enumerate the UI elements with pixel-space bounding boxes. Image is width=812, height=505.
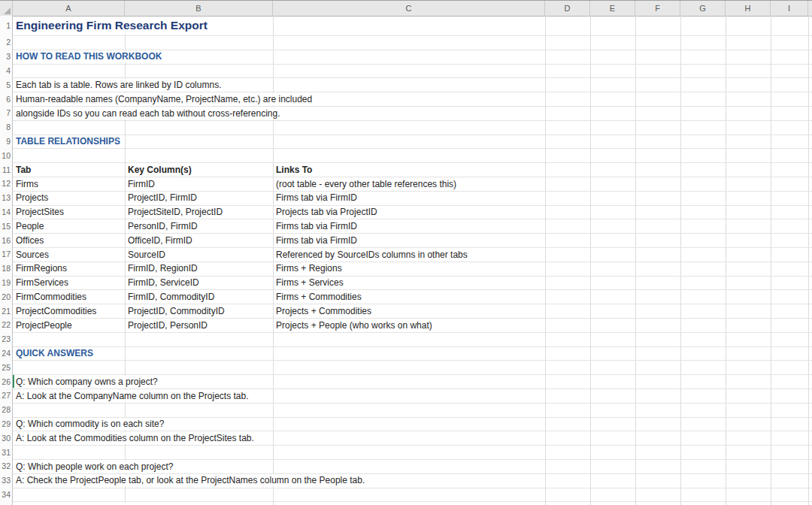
cell-B21[interactable]: ProjectID, CommodityID xyxy=(128,305,227,317)
cell-C20[interactable]: Firms + Commodities xyxy=(276,291,364,303)
horizontal-gridline xyxy=(13,35,812,36)
cell-A13[interactable]: Projects xyxy=(16,192,50,204)
row-number-25[interactable]: 25 xyxy=(0,364,11,372)
cell-B22[interactable]: ProjectID, PersonID xyxy=(128,319,210,331)
cell-C19[interactable]: Firms + Services xyxy=(276,277,346,289)
cell-C12[interactable]: (root table - every other table referenc… xyxy=(276,178,459,190)
cell-A30[interactable]: A: Look at the Commodities column on the… xyxy=(16,432,256,444)
cell-A26[interactable]: Q: Which company owns a project? xyxy=(16,376,160,388)
cell-A33[interactable]: A: Check the ProjectPeople tab, or look … xyxy=(16,474,367,486)
row-number-14[interactable]: 14 xyxy=(0,208,11,216)
horizontal-gridline xyxy=(13,360,812,361)
select-all-corner[interactable] xyxy=(0,1,13,16)
cell-A18[interactable]: FirmRegions xyxy=(16,262,69,274)
cell-A16[interactable]: Offices xyxy=(16,234,46,246)
cell-A29[interactable]: Q: Which commodity is on each site? xyxy=(16,418,166,430)
horizontal-gridline xyxy=(13,346,812,347)
cell-B20[interactable]: FirmID, CommodityID xyxy=(128,291,217,303)
row-number-19[interactable]: 19 xyxy=(0,279,11,287)
cell-A22[interactable]: ProjectPeople xyxy=(16,319,74,331)
row-number-17[interactable]: 17 xyxy=(0,250,11,259)
row-number-15[interactable]: 15 xyxy=(0,222,11,231)
cell-C21[interactable]: Projects + Commodities xyxy=(276,305,374,317)
row-number-26[interactable]: 26 xyxy=(0,378,11,386)
cell-A6[interactable]: Human-readable names (CompanyName, Proje… xyxy=(16,93,314,105)
row-number-3[interactable]: 3 xyxy=(0,53,11,61)
cell-C22[interactable]: Projects + People (who works on what) xyxy=(276,319,435,331)
row-number-34[interactable]: 34 xyxy=(0,491,11,499)
row-number-31[interactable]: 31 xyxy=(0,449,11,457)
cell-A11[interactable]: Tab xyxy=(16,164,33,176)
row-number-29[interactable]: 29 xyxy=(0,420,11,428)
cell-A17[interactable]: Sources xyxy=(16,249,51,261)
cell-B19[interactable]: FirmID, ServiceID xyxy=(128,277,201,289)
cell-B15[interactable]: PersonID, FirmID xyxy=(128,220,200,232)
row-number-18[interactable]: 18 xyxy=(0,265,11,273)
column-header-d[interactable]: D xyxy=(545,1,590,16)
cell-A21[interactable]: ProjectCommodities xyxy=(16,305,98,317)
cell-A5[interactable]: Each tab is a table. Rows are linked by … xyxy=(16,79,223,91)
cell-A24[interactable]: QUICK ANSWERS xyxy=(16,347,95,359)
row-number-13[interactable]: 13 xyxy=(0,194,11,202)
row-number-21[interactable]: 21 xyxy=(0,307,11,316)
horizontal-gridline xyxy=(13,148,812,149)
row-number-32[interactable]: 32 xyxy=(0,462,11,470)
cell-C16[interactable]: Firms tab via FirmID xyxy=(276,234,359,246)
cell-A27[interactable]: A: Look at the CompanyName column on the… xyxy=(16,390,251,402)
row-number-9[interactable]: 9 xyxy=(0,138,11,146)
row-number-30[interactable]: 30 xyxy=(0,434,11,443)
cell-B11[interactable]: Key Column(s) xyxy=(128,164,194,176)
row-number-23[interactable]: 23 xyxy=(0,335,11,343)
column-header-c[interactable]: C xyxy=(273,1,545,16)
cell-A15[interactable]: People xyxy=(16,220,46,232)
column-header-f[interactable]: F xyxy=(635,1,680,16)
row-number-8[interactable]: 8 xyxy=(0,123,11,132)
cell-A19[interactable]: FirmServices xyxy=(16,277,71,289)
cell-B14[interactable]: ProjectSiteID, ProjectID xyxy=(128,206,225,218)
cell-B16[interactable]: OfficeID, FirmID xyxy=(128,234,195,246)
row-number-16[interactable]: 16 xyxy=(0,237,11,245)
row-number-7[interactable]: 7 xyxy=(0,109,11,117)
column-header-i[interactable]: I xyxy=(771,1,808,16)
cell-B18[interactable]: FirmID, RegionID xyxy=(128,262,200,274)
row-number-27[interactable]: 27 xyxy=(0,392,11,400)
row-number-24[interactable]: 24 xyxy=(0,349,11,358)
row-number-6[interactable]: 6 xyxy=(0,95,11,104)
row-number-10[interactable]: 10 xyxy=(0,152,11,160)
row-number-28[interactable]: 28 xyxy=(0,406,11,414)
cell-A7[interactable]: alongside IDs so you can read each tab w… xyxy=(16,107,283,119)
row-number-1[interactable]: 1 xyxy=(0,22,11,30)
cell-A1[interactable]: Engineering Firm Research Export xyxy=(16,17,210,34)
cell-C15[interactable]: Firms tab via FirmID xyxy=(276,220,359,232)
cell-A32[interactable]: Q: Which people work on each project? xyxy=(16,461,175,473)
row-number-2[interactable]: 2 xyxy=(0,38,11,47)
cell-C11[interactable]: Links To xyxy=(276,164,314,176)
cell-C14[interactable]: Projects tab via ProjectID xyxy=(276,206,380,218)
cell-C13[interactable]: Firms tab via FirmID xyxy=(276,192,359,204)
column-header-b[interactable]: B xyxy=(125,1,273,16)
cell-A9[interactable]: TABLE RELATIONSHIPS xyxy=(16,135,123,147)
cell-B12[interactable]: FirmID xyxy=(128,178,157,190)
row-number-33[interactable]: 33 xyxy=(0,476,11,485)
row-number-5[interactable]: 5 xyxy=(0,81,11,89)
row-number-4[interactable]: 4 xyxy=(0,67,11,75)
column-header-g[interactable]: G xyxy=(680,1,726,16)
column-header-h[interactable]: H xyxy=(726,1,771,16)
row-number-12[interactable]: 12 xyxy=(0,180,11,188)
spreadsheet-worksheet: ABCDEFGHI 123456789101112131415161718192… xyxy=(0,0,812,505)
cell-A14[interactable]: ProjectSites xyxy=(16,206,66,218)
cell-B13[interactable]: ProjectID, FirmID xyxy=(128,192,199,204)
select-all-triangle-icon xyxy=(4,8,11,14)
row-number-11[interactable]: 11 xyxy=(0,166,11,174)
column-header-band: ABCDEFGHI xyxy=(0,1,812,17)
cell-C18[interactable]: Firms + Regions xyxy=(276,262,344,274)
cell-A12[interactable]: Firms xyxy=(16,178,41,190)
cell-A20[interactable]: FirmCommodities xyxy=(16,291,89,303)
column-header-a[interactable]: A xyxy=(13,1,125,16)
row-number-20[interactable]: 20 xyxy=(0,293,11,301)
row-number-22[interactable]: 22 xyxy=(0,321,11,329)
cell-C17[interactable]: Referenced by SourceIDs columns in other… xyxy=(276,249,470,261)
column-header-e[interactable]: E xyxy=(590,1,635,16)
cell-A3[interactable]: HOW TO READ THIS WORKBOOK xyxy=(16,50,164,62)
cell-B17[interactable]: SourceID xyxy=(128,249,168,261)
